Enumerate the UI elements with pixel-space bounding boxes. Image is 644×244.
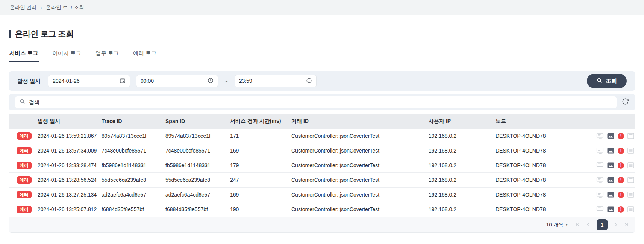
table-row[interactable]: 에러 2024-01-26 13:59:21.867 89574a83713ce… — [9, 129, 635, 143]
cell-tx-id: CustomerController::jsonCoverterTest — [291, 192, 429, 198]
cell-span-id: ad2aefc6a4cd6e57 — [165, 192, 230, 198]
time-to-value: 23:59 — [239, 78, 252, 84]
cell-node: DESKTOP-4OLND78 — [496, 177, 589, 183]
console-icon[interactable] — [596, 177, 604, 183]
title-row: 온라인 로그 조회 — [9, 29, 635, 39]
tab-business-log[interactable]: 업무 로그 — [95, 50, 119, 62]
table-row[interactable]: 에러 2024-01-26 13:28:56.524 55d5ce6ca239a… — [9, 173, 635, 188]
next-page-button[interactable] — [612, 221, 620, 229]
error-icon[interactable]: ! — [618, 192, 624, 198]
tab-service-log[interactable]: 서비스 로그 — [9, 50, 39, 62]
clock-icon[interactable] — [208, 78, 214, 85]
row-actions: ! — [589, 177, 635, 183]
page-size-label: 10 개씩 — [546, 221, 564, 228]
error-icon[interactable]: ! — [618, 148, 624, 154]
breadcrumb-item-parent[interactable]: 온라인 관리 — [10, 4, 36, 11]
col-tx-id: 거래 ID — [291, 118, 429, 125]
image-icon[interactable] — [607, 133, 614, 139]
col-node: 노드 — [496, 118, 589, 125]
calendar-icon[interactable] — [120, 78, 126, 85]
page-title: 온라인 로그 조회 — [15, 29, 74, 39]
table-row[interactable]: 에러 2024-01-26 13:27:25.134 ad2aefc6a4cd6… — [9, 188, 635, 202]
page-size-select[interactable]: 10 개씩 ▾ — [546, 221, 568, 228]
cell-tx-id: CustomerController::jsonCoverterTest — [291, 148, 429, 154]
table-row[interactable]: 에러 2024-01-26 13:25:07.812 f6884d35f8e55… — [9, 202, 635, 217]
log-table: 발생 일시 Trace ID Span ID 서비스 경과 시간(ms) 거래 … — [9, 114, 635, 233]
detail-list-icon[interactable] — [627, 148, 634, 154]
image-icon[interactable] — [607, 148, 614, 154]
tab-error-log[interactable]: 에러 로그 — [133, 50, 157, 62]
table-row[interactable]: 에러 2024-01-26 13:33:28.474 fb5986e1d1148… — [9, 158, 635, 173]
image-icon[interactable] — [607, 192, 614, 198]
date-input[interactable]: 2024-01-26 — [48, 75, 130, 87]
tab-bar: 서비스 로그 이미지 로그 업무 로그 에러 로그 — [9, 50, 635, 62]
row-actions: ! — [589, 133, 635, 139]
cell-trace-id: fb5986e1d1148331 — [102, 162, 165, 168]
last-page-button[interactable] — [622, 221, 630, 229]
table-header-row: 발생 일시 Trace ID Span ID 서비스 경과 시간(ms) 거래 … — [9, 114, 635, 129]
cell-datetime: 2024-01-26 13:57:34.009 — [38, 148, 102, 154]
filter-bar: 발생 일시 2024-01-26 00:00 ~ 23:59 — [9, 71, 635, 91]
error-icon[interactable]: ! — [618, 162, 624, 169]
cell-user-ip: 192.168.0.2 — [429, 192, 496, 198]
cell-user-ip: 192.168.0.2 — [429, 148, 496, 154]
cell-elapsed: 169 — [230, 192, 291, 198]
error-badge: 에러 — [17, 176, 32, 184]
row-actions: ! — [589, 206, 635, 213]
col-span-id: Span ID — [165, 118, 230, 124]
detail-list-icon[interactable] — [627, 133, 634, 139]
breadcrumb-item-current[interactable]: 온라인 로그 조회 — [46, 4, 84, 11]
image-icon[interactable] — [607, 206, 614, 212]
refresh-icon — [622, 98, 629, 106]
error-badge: 에러 — [17, 132, 32, 140]
error-badge: 에러 — [17, 206, 32, 213]
first-page-button[interactable] — [574, 221, 582, 229]
time-from-value: 00:00 — [141, 78, 154, 84]
refresh-button[interactable] — [622, 98, 629, 106]
image-icon[interactable] — [607, 177, 614, 183]
clock-icon[interactable] — [306, 78, 312, 85]
search-input-wrap[interactable] — [15, 96, 617, 108]
current-page-button[interactable]: 1 — [597, 219, 608, 230]
query-button-label: 조회 — [606, 78, 617, 85]
error-icon[interactable]: ! — [618, 133, 624, 139]
breadcrumb-separator-icon: › — [40, 5, 42, 11]
image-icon[interactable] — [607, 162, 614, 168]
detail-list-icon[interactable] — [627, 206, 634, 212]
table-row[interactable]: 에러 2024-01-26 13:57:34.009 7c48e00bcfe85… — [9, 143, 635, 158]
cell-span-id: 7c48e00bcfe85571 — [165, 148, 230, 154]
col-elapsed: 서비스 경과 시간(ms) — [230, 118, 291, 125]
search-icon — [597, 78, 602, 84]
row-actions: ! — [589, 147, 635, 154]
cell-datetime: 2024-01-26 13:59:21.867 — [38, 133, 102, 139]
time-from-input[interactable]: 00:00 — [136, 75, 218, 87]
tab-image-log[interactable]: 이미지 로그 — [52, 50, 82, 62]
cell-user-ip: 192.168.0.2 — [429, 162, 496, 168]
range-separator: ~ — [224, 78, 229, 84]
error-icon[interactable]: ! — [618, 206, 624, 213]
detail-list-icon[interactable] — [627, 162, 634, 168]
cell-elapsed: 190 — [230, 206, 291, 212]
console-icon[interactable] — [596, 162, 604, 169]
cell-elapsed: 169 — [230, 148, 291, 154]
cell-trace-id: 7c48e00bcfe85571 — [102, 148, 165, 154]
console-icon[interactable] — [596, 133, 604, 139]
error-badge: 에러 — [17, 162, 32, 169]
detail-list-icon[interactable] — [627, 192, 634, 198]
cell-tx-id: CustomerController::jsonCoverterTest — [291, 177, 429, 183]
console-icon[interactable] — [596, 147, 604, 154]
error-badge: 에러 — [17, 191, 32, 198]
cell-trace-id: 55d5ce6ca239afe8 — [102, 177, 165, 183]
search-input[interactable] — [29, 99, 612, 105]
row-actions: ! — [589, 162, 635, 169]
prev-page-button[interactable] — [585, 221, 592, 229]
cell-span-id: 55d5ce6ca239afe8 — [165, 177, 230, 183]
console-icon[interactable] — [596, 191, 604, 198]
cell-tx-id: CustomerController::jsonCoverterTest — [291, 133, 429, 139]
time-to-input[interactable]: 23:59 — [235, 75, 317, 87]
console-icon[interactable] — [596, 206, 604, 213]
error-icon[interactable]: ! — [618, 177, 624, 183]
pagination: 10 개씩 ▾ 1 — [9, 217, 635, 233]
detail-list-icon[interactable] — [627, 177, 634, 183]
query-button[interactable]: 조회 — [587, 74, 627, 88]
